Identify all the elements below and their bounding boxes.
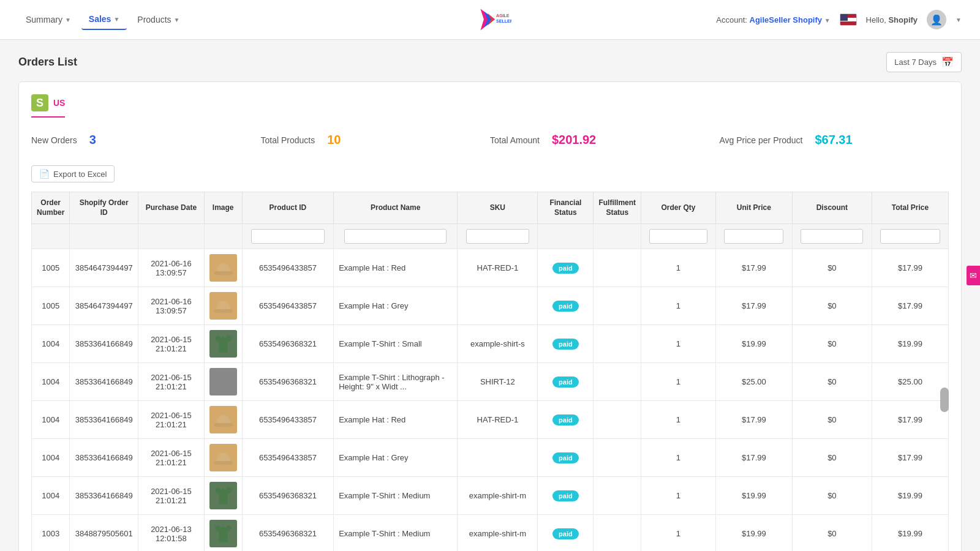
filter-sku-input[interactable] xyxy=(466,229,529,244)
store-header: S US xyxy=(31,94,65,118)
filter-product-name[interactable] xyxy=(334,224,458,249)
export-icon: 📄 xyxy=(39,169,50,179)
cell-fulfillment-status xyxy=(594,439,641,477)
col-purchase-date: Purchase Date xyxy=(138,192,205,224)
cell-product-name: Example Hat : Grey xyxy=(334,439,458,477)
cell-image xyxy=(204,439,242,477)
filter-product-id[interactable] xyxy=(242,224,333,249)
table-row: 1004 3853364166849 2021-06-15 21:01:21 6… xyxy=(32,477,949,515)
cell-product-name: Example Hat : Red xyxy=(334,249,458,287)
store-label: US xyxy=(53,98,65,108)
cell-purchase-date: 2021-06-15 21:01:21 xyxy=(138,439,205,477)
filter-total-price[interactable] xyxy=(872,224,948,249)
cell-total-price: $17.99 xyxy=(872,287,948,325)
cell-order-qty: 1 xyxy=(641,249,716,287)
col-image: Image xyxy=(204,192,242,224)
table-row: 1004 3853364166849 2021-06-15 21:01:21 6… xyxy=(32,401,949,439)
col-order-number: OrderNumber xyxy=(32,192,70,224)
filter-order-qty-input[interactable] xyxy=(649,229,707,244)
orders-card: S US New Orders 3 Total Products 10 Tota… xyxy=(18,81,962,551)
cell-product-name: Example T-Shirt : Small xyxy=(334,325,458,363)
right-panel-icon[interactable]: ✉ xyxy=(967,266,980,285)
nav-sales[interactable]: Sales ▼ xyxy=(81,9,127,30)
table-body: 1005 3854647394497 2021-06-16 13:09:57 6… xyxy=(32,249,949,551)
col-discount: Discount xyxy=(792,192,872,224)
filter-financial-status xyxy=(538,224,594,249)
filter-total-price-input[interactable] xyxy=(880,229,940,244)
cell-product-id: 6535496368321 xyxy=(242,477,333,515)
cell-discount: $0 xyxy=(792,363,872,401)
account-link[interactable]: AgileSeller Shopify xyxy=(750,15,822,24)
filter-product-name-input[interactable] xyxy=(344,229,447,244)
cell-sku: SHIRT-12 xyxy=(458,363,538,401)
account-text: Account: AgileSeller Shopify ▼ xyxy=(716,15,830,24)
financial-status-badge: paid xyxy=(552,452,579,463)
svg-rect-6 xyxy=(214,271,233,275)
export-excel-button[interactable]: 📄 Export to Excel xyxy=(31,165,115,182)
cell-discount: $0 xyxy=(792,287,872,325)
cell-order-number: 1005 xyxy=(32,249,70,287)
cell-fulfillment-status xyxy=(594,249,641,287)
calendar-icon: 📅 xyxy=(941,56,954,68)
cell-fulfillment-status xyxy=(594,515,641,551)
filter-order-qty[interactable] xyxy=(641,224,716,249)
filter-product-id-input[interactable] xyxy=(251,229,324,244)
cell-order-qty: 1 xyxy=(641,439,716,477)
financial-status-badge: paid xyxy=(552,528,579,539)
nav-summary-chevron: ▼ xyxy=(65,17,71,23)
filter-unit-price-input[interactable] xyxy=(724,229,783,244)
header-right: Account: AgileSeller Shopify ▼ Hello, Sh… xyxy=(716,10,962,29)
flag-icon[interactable] xyxy=(840,13,857,26)
financial-status-badge: paid xyxy=(552,414,579,425)
cell-financial-status: paid xyxy=(538,477,594,515)
orders-title: Orders List xyxy=(18,56,77,69)
nav-summary[interactable]: Summary ▼ xyxy=(18,10,78,29)
cell-shopify-order-id: 3853364166849 xyxy=(70,477,138,515)
cell-product-name: Example T-Shirt : Medium xyxy=(334,477,458,515)
cell-shopify-order-id: 3854647394497 xyxy=(70,287,138,325)
table-row: 1005 3854647394497 2021-06-16 13:09:57 6… xyxy=(32,249,949,287)
filter-sku[interactable] xyxy=(458,224,538,249)
cell-shopify-order-id: 3853364166849 xyxy=(70,401,138,439)
product-image xyxy=(209,368,237,395)
svg-text:AGILE: AGILE xyxy=(496,13,510,18)
filter-fulfillment-status xyxy=(594,224,641,249)
user-avatar[interactable]: 👤 xyxy=(927,10,946,29)
user-dropdown-arrow[interactable]: ▼ xyxy=(956,17,962,23)
product-image xyxy=(209,482,237,509)
cell-shopify-order-id: 3848879505601 xyxy=(70,515,138,551)
filter-discount[interactable] xyxy=(792,224,872,249)
filter-order-number xyxy=(32,224,70,249)
cell-product-name: Example Hat : Grey xyxy=(334,287,458,325)
cell-discount: $0 xyxy=(792,515,872,551)
cell-unit-price: $19.99 xyxy=(715,325,792,363)
cell-image xyxy=(204,363,242,401)
date-filter[interactable]: Last 7 Days 📅 xyxy=(886,52,962,72)
stat-total-amount: Total Amount $201.92 xyxy=(490,133,720,147)
financial-status-badge: paid xyxy=(552,263,579,274)
cell-sku: example-shirt-m xyxy=(458,515,538,551)
filter-discount-input[interactable] xyxy=(801,229,863,244)
cell-product-name: Example T-Shirt : Lithograph - Height: 9… xyxy=(334,363,458,401)
cell-financial-status: paid xyxy=(538,401,594,439)
scrollbar-track[interactable] xyxy=(940,388,949,510)
nav-products[interactable]: Products ▼ xyxy=(130,10,187,29)
scrollbar-thumb[interactable] xyxy=(940,388,949,412)
product-image xyxy=(209,330,237,358)
cell-fulfillment-status xyxy=(594,401,641,439)
stat-total-amount-label: Total Amount xyxy=(490,135,540,145)
cell-order-number: 1004 xyxy=(32,325,70,363)
user-greeting: Hello, Shopify xyxy=(866,15,918,24)
cell-financial-status: paid xyxy=(538,439,594,477)
cell-total-price: $17.99 xyxy=(872,401,948,439)
filter-unit-price[interactable] xyxy=(715,224,792,249)
cell-financial-status: paid xyxy=(538,249,594,287)
cell-order-qty: 1 xyxy=(641,363,716,401)
cell-sku: HAT-RED-1 xyxy=(458,401,538,439)
financial-status-badge: paid xyxy=(552,377,579,388)
cell-total-price: $17.99 xyxy=(872,439,948,477)
cell-order-number: 1003 xyxy=(32,515,70,551)
cell-purchase-date: 2021-06-15 21:01:21 xyxy=(138,363,205,401)
nav-summary-label: Summary xyxy=(26,15,62,24)
filter-image xyxy=(204,224,242,249)
